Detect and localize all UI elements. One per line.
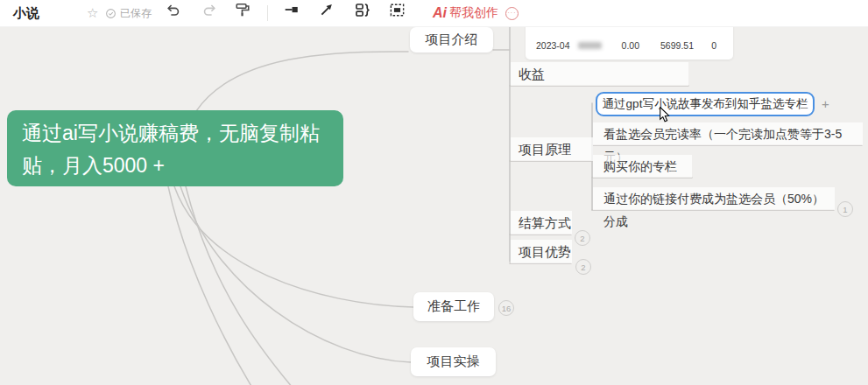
ai-face-icon: ··· (505, 7, 519, 20)
toolbar: 小说 ☆ 已保存 (0, 0, 868, 27)
masked-cell (576, 42, 603, 49)
check-circle-icon (105, 8, 116, 19)
value-cell: 0 (694, 40, 716, 51)
topic-node-preparation[interactable]: 准备工作 (413, 292, 494, 321)
edge-root-prep (174, 186, 413, 307)
relation-arrow-button[interactable] (317, 0, 336, 19)
collapse-badge-preparation[interactable]: 16 (498, 300, 514, 316)
collapse-badge-share[interactable]: 1 (837, 201, 853, 217)
undo-icon (166, 3, 180, 18)
child-node-read-rate[interactable]: 看盐选会员完读率（一个完读加点赞等于3-5元） (593, 122, 863, 145)
ai-logo: Ai (433, 5, 447, 21)
edge-root-intro (196, 52, 408, 111)
document-title: 小说 (13, 0, 39, 26)
topic-node-intro[interactable]: 项目介绍 (410, 27, 493, 52)
month-cell: 2023-04 (536, 40, 576, 51)
value-cell: 5699.51 (639, 40, 694, 51)
table-row: 2023-04 0.00 5699.51 0 (526, 38, 733, 52)
redo-icon (202, 3, 217, 18)
topic-node-settlement[interactable]: 结算方式 (511, 211, 572, 234)
collapse-badge-advantages[interactable]: 2 (575, 259, 591, 275)
root-topic-node[interactable]: 通过ai写小说赚稿费，无脑复制粘贴，月入5000 + (7, 110, 343, 186)
undo-button[interactable] (163, 0, 182, 19)
save-status: 已保存 (105, 0, 152, 26)
child-node-buy-column[interactable]: 购买你的专栏 (593, 155, 692, 178)
value-cell: 0.00 (603, 40, 639, 51)
outline-frame-icon (389, 2, 406, 18)
topic-node-income[interactable]: 收益 (511, 62, 688, 86)
add-child-button[interactable]: + (818, 96, 833, 111)
topic-node-practice[interactable]: 项目实操 (411, 347, 496, 376)
outline-frame-button[interactable] (387, 0, 406, 19)
topic-node-principle[interactable]: 项目原理 (511, 137, 593, 161)
format-painter-button[interactable] (233, 0, 252, 19)
summary-brace-button[interactable] (352, 0, 371, 19)
arrow-icon (319, 2, 335, 18)
edge-root-offscreen-2 (186, 186, 293, 385)
toolbar-divider (267, 5, 268, 21)
connector-tool-button[interactable] (282, 0, 301, 19)
favorite-star-icon[interactable]: ☆ (87, 0, 98, 26)
save-status-label: 已保存 (120, 6, 152, 21)
format-painter-icon (235, 2, 251, 18)
edge-root-practice (180, 186, 411, 362)
ai-create-label: 帮我创作 (449, 5, 498, 21)
edge-root-offscreen-1 (168, 186, 252, 385)
mouse-cursor (659, 107, 671, 122)
child-node-link-share[interactable]: 通过你的链接付费成为盐选会员（50%）分成 (593, 187, 835, 210)
ai-create-button[interactable]: Ai 帮我创作 ··· (433, 0, 519, 26)
summary-brace-icon (354, 2, 370, 18)
redo-button[interactable] (200, 0, 219, 19)
connector-icon (284, 2, 300, 18)
collapse-badge-settlement[interactable]: 2 (575, 230, 590, 246)
child-node-gpt-zhihu-selected[interactable]: 通过gpt写小说故事发布到知乎盐选专栏 (596, 92, 815, 116)
topic-node-advantages[interactable]: 项目优势 (511, 240, 572, 263)
